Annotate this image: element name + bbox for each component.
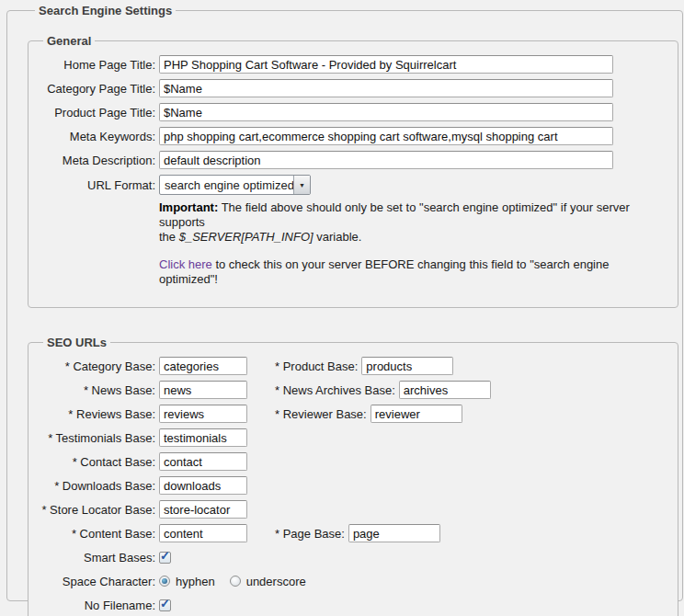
checkmark-icon: ✓: [160, 597, 170, 610]
url-format-note: Important: The field above should only b…: [159, 200, 670, 287]
contact-base-label: * Contact Base:: [36, 455, 159, 469]
news-archives-base-input[interactable]: [399, 381, 491, 399]
product-page-title-input[interactable]: [159, 103, 613, 121]
space-character-row: Space Character: hyphen underscore: [36, 572, 670, 590]
meta-description-input[interactable]: [159, 151, 613, 169]
click-here-link[interactable]: Click here: [159, 257, 212, 271]
news-base-input[interactable]: [159, 381, 247, 399]
note-important-label: Important:: [159, 200, 218, 214]
no-filename-checkbox[interactable]: ✓: [159, 599, 171, 611]
content-page-base-row: * Content Base: * Page Base:: [36, 524, 670, 542]
no-filename-label: No Filename:: [36, 599, 159, 612]
reviews-reviewer-base-row: * Reviews Base: * Reviewer Base:: [36, 405, 670, 423]
downloads-base-row: * Downloads Base:: [36, 476, 670, 495]
testimonials-base-row: * Testimonials Base:: [36, 428, 670, 447]
url-format-row: URL Format: search engine optimized ▼: [36, 175, 670, 195]
url-format-label: URL Format:: [36, 178, 159, 192]
product-base-input[interactable]: [361, 357, 453, 375]
testimonials-base-input[interactable]: [159, 428, 247, 447]
smart-bases-label: Smart Bases:: [36, 551, 159, 565]
category-page-title-row: Category Page Title:: [36, 79, 670, 97]
page-title: Search Engine Settings: [35, 4, 176, 17]
url-format-select[interactable]: search engine optimized ▼: [159, 175, 311, 195]
url-format-selected-value: search engine optimized: [160, 178, 293, 192]
general-section-title: General: [43, 34, 95, 48]
chevron-down-icon: ▼: [299, 182, 305, 188]
radio-dot-icon: [162, 578, 167, 584]
radio-unselected-icon[interactable]: [230, 576, 241, 587]
category-base-input[interactable]: [159, 357, 247, 375]
testimonials-base-label: * Testimonials Base:: [36, 431, 159, 445]
page-base-input[interactable]: [348, 524, 440, 542]
space-character-option-underscore[interactable]: underscore: [230, 575, 306, 588]
seo-urls-section-title: SEO URLs: [43, 336, 110, 349]
downloads-base-input[interactable]: [159, 476, 247, 495]
content-base-label: * Content Base:: [36, 527, 159, 541]
home-page-title-row: Home Page Title:: [36, 55, 670, 74]
space-character-label: Space Character:: [36, 575, 159, 588]
news-archives-base-label: * News Archives Base:: [275, 383, 399, 397]
category-base-label: * Category Base:: [36, 359, 159, 373]
home-page-title-input[interactable]: [159, 55, 613, 74]
page-base-label: * Page Base:: [275, 527, 348, 541]
category-page-title-label: Category Page Title:: [36, 82, 159, 96]
smart-bases-checkbox[interactable]: ✓: [159, 552, 171, 564]
category-page-title-input[interactable]: [159, 79, 613, 97]
hyphen-option-label: hyphen: [176, 575, 215, 588]
meta-keywords-input[interactable]: [159, 127, 613, 145]
store-locator-base-label: * Store Locator Base:: [36, 503, 159, 517]
meta-keywords-row: Meta Keywords:: [36, 127, 670, 145]
meta-description-row: Meta Description:: [36, 151, 670, 169]
reviewer-base-input[interactable]: [370, 405, 462, 423]
seo-urls-section: SEO URLs * Category Base: * Product Base…: [28, 336, 678, 616]
smart-bases-row: Smart Bases: ✓: [36, 548, 670, 566]
category-product-base-row: * Category Base: * Product Base:: [36, 357, 670, 375]
product-base-label: * Product Base:: [275, 359, 361, 373]
news-base-label: * News Base:: [36, 383, 159, 397]
downloads-base-label: * Downloads Base:: [36, 479, 159, 493]
select-dropdown-button[interactable]: ▼: [293, 176, 310, 194]
reviews-base-input[interactable]: [159, 405, 247, 423]
underscore-option-label: underscore: [246, 575, 306, 588]
no-filename-row: No Filename: ✓: [36, 596, 670, 614]
content-base-input[interactable]: [159, 524, 247, 542]
note-line-1: Important: The field above should only b…: [159, 200, 670, 230]
product-page-title-label: Product Page Title:: [36, 106, 159, 120]
note-line-2: the $_SERVER[PATH_INFO] variable.: [159, 230, 670, 245]
product-page-title-row: Product Page Title:: [36, 103, 670, 121]
path-info-variable: $_SERVER[PATH_INFO]: [179, 230, 314, 244]
general-section: General Home Page Title: Category Page T…: [28, 34, 678, 308]
note-link-line: Click here to check this on your server …: [159, 257, 670, 287]
reviewer-base-label: * Reviewer Base:: [275, 407, 370, 421]
reviews-base-label: * Reviews Base:: [36, 407, 159, 421]
space-character-option-hyphen[interactable]: hyphen: [159, 575, 215, 588]
contact-base-input[interactable]: [159, 452, 247, 471]
meta-keywords-label: Meta Keywords:: [36, 130, 159, 143]
search-engine-settings-panel: Search Engine Settings General Home Page…: [6, 4, 683, 601]
store-locator-base-row: * Store Locator Base:: [36, 500, 670, 519]
radio-selected-icon[interactable]: [159, 576, 170, 587]
store-locator-base-input[interactable]: [159, 500, 247, 519]
news-archives-base-row: * News Base: * News Archives Base:: [36, 381, 670, 399]
checkmark-icon: ✓: [160, 549, 170, 563]
meta-description-label: Meta Description:: [36, 154, 159, 167]
home-page-title-label: Home Page Title:: [36, 58, 159, 72]
contact-base-row: * Contact Base:: [36, 452, 670, 471]
